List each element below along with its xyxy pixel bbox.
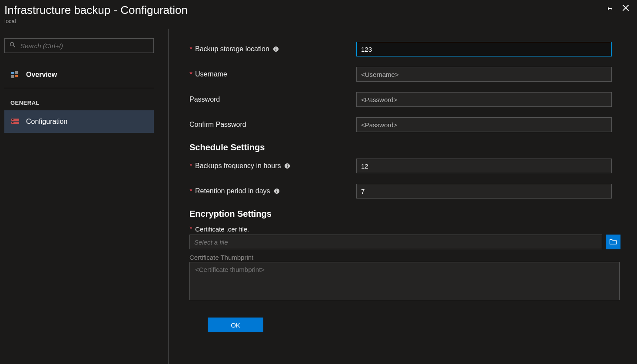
- confirm-password-label: Confirm Password: [189, 121, 356, 129]
- svg-rect-3: [15, 71, 18, 74]
- info-icon[interactable]: [273, 46, 279, 52]
- sidebar-item-configuration[interactable]: Configuration: [4, 110, 154, 133]
- blade-header: Infrastructure backup - Configuration lo…: [4, 2, 633, 29]
- info-icon[interactable]: [274, 188, 280, 194]
- content-pane: * Backup storage location * Username: [169, 29, 633, 364]
- certificate-file-label: * Certificate .cer file.: [189, 225, 624, 233]
- username-label: * Username: [189, 70, 356, 78]
- thumbprint-input[interactable]: [189, 262, 620, 300]
- search-box[interactable]: [4, 38, 154, 53]
- required-marker: *: [189, 225, 192, 233]
- schedule-settings-heading: Schedule Settings: [189, 142, 624, 152]
- svg-rect-11: [275, 49, 276, 50]
- svg-rect-4: [11, 75, 14, 78]
- folder-icon: [609, 238, 617, 246]
- retention-label: * Retention period in days: [189, 187, 356, 195]
- required-marker: *: [189, 45, 192, 53]
- search-icon: [9, 41, 16, 50]
- sidebar: Overview GENERAL Configuration: [4, 29, 169, 364]
- storage-location-label: * Backup storage location: [189, 45, 356, 53]
- svg-line-1: [13, 46, 15, 47]
- svg-point-0: [10, 43, 14, 46]
- page-title: Infrastructure backup - Configuration: [4, 3, 605, 17]
- svg-rect-15: [287, 165, 288, 165]
- svg-rect-18: [276, 190, 277, 191]
- search-input[interactable]: [16, 42, 149, 50]
- browse-file-button[interactable]: [606, 235, 620, 249]
- confirm-password-input[interactable]: [356, 117, 612, 132]
- required-marker: *: [189, 187, 192, 195]
- thumbprint-label: Certificate Thumbprint: [189, 254, 624, 261]
- info-icon[interactable]: [284, 163, 290, 169]
- frequency-label: * Backups frequency in hours: [189, 162, 356, 170]
- retention-input[interactable]: [356, 184, 612, 199]
- sidebar-item-label: Overview: [26, 71, 57, 79]
- page-subtitle: local: [4, 18, 605, 24]
- sidebar-separator: [4, 88, 154, 88]
- label-text: Retention period in days: [195, 187, 270, 195]
- svg-rect-17: [276, 191, 277, 192]
- encryption-settings-heading: Encryption Settings: [189, 209, 624, 219]
- overview-icon: [10, 71, 20, 78]
- frequency-input[interactable]: [356, 159, 612, 173]
- svg-rect-5: [15, 75, 18, 77]
- storage-location-input[interactable]: [356, 42, 612, 56]
- label-text: Confirm Password: [189, 121, 246, 129]
- sidebar-item-overview[interactable]: Overview: [4, 63, 154, 86]
- password-input[interactable]: [356, 92, 612, 107]
- label-text: Password: [189, 96, 220, 103]
- svg-rect-14: [287, 165, 288, 167]
- password-label: Password: [189, 96, 356, 103]
- sidebar-item-label: Configuration: [26, 118, 67, 126]
- svg-rect-9: [12, 122, 13, 123]
- username-input[interactable]: [356, 67, 612, 82]
- required-marker: *: [189, 70, 192, 78]
- pin-icon[interactable]: [605, 3, 614, 14]
- required-marker: *: [189, 162, 192, 170]
- label-text: Certificate .cer file.: [195, 225, 249, 233]
- label-text: Backups frequency in hours: [195, 162, 281, 170]
- svg-rect-8: [12, 119, 13, 120]
- label-text: Backup storage location: [195, 45, 269, 53]
- label-text: Username: [195, 70, 227, 78]
- certificate-file-input[interactable]: [189, 235, 602, 249]
- svg-rect-12: [275, 48, 276, 49]
- close-icon[interactable]: [621, 3, 630, 14]
- configuration-icon: [10, 119, 20, 125]
- ok-button[interactable]: OK: [208, 318, 263, 332]
- svg-rect-2: [11, 72, 14, 74]
- header-titles: Infrastructure backup - Configuration lo…: [4, 3, 605, 24]
- sidebar-section-general: GENERAL: [4, 96, 168, 110]
